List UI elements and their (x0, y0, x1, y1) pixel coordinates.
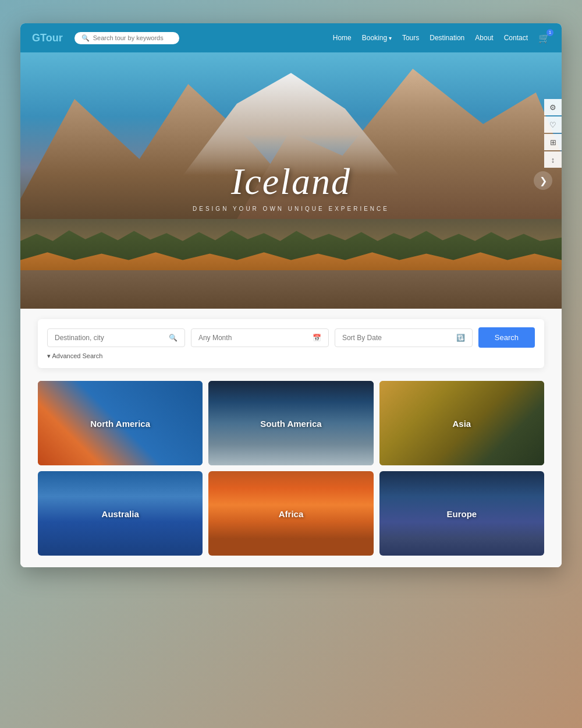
hero-next-button[interactable]: ❯ (534, 171, 552, 190)
nav-links: Home Booking Tours Destination About Con… (333, 33, 550, 44)
sort-icon: 🔃 (456, 334, 465, 342)
search-section: 🔍 📅 🔃 Search Advanced Search (20, 309, 562, 375)
south-america-label: South America (260, 418, 321, 428)
navbar: GTour 🔍 Home Booking Tours Destination A… (20, 23, 562, 52)
search-bar[interactable]: 🔍 (74, 32, 179, 44)
destinations-section: North America South America Asia Austral… (20, 375, 562, 567)
search-box: 🔍 📅 🔃 Search Advanced Search (38, 319, 544, 368)
nav-contact[interactable]: Contact (504, 34, 528, 42)
logo-tour: Tour (40, 32, 63, 44)
nav-about[interactable]: About (475, 34, 493, 42)
nav-booking[interactable]: Booking (362, 34, 392, 42)
advanced-search-toggle[interactable]: Advanced Search (47, 352, 535, 360)
calendar-icon: 📅 (313, 334, 321, 342)
heart-icon[interactable]: ♡ (544, 116, 562, 133)
cart-button[interactable]: 🛒 1 (538, 33, 550, 44)
destination-card-australia[interactable]: Australia (38, 471, 203, 556)
sort-field[interactable]: 🔃 (335, 328, 473, 347)
destination-card-south-america[interactable]: South America (208, 381, 373, 465)
arrows-icon[interactable]: ↕ (544, 151, 562, 168)
destination-icon: 🔍 (169, 334, 178, 342)
grid-icon[interactable]: ⊞ (544, 134, 562, 150)
destination-input[interactable] (55, 334, 164, 342)
destinations-top-row: North America South America Asia (38, 381, 544, 465)
month-input[interactable] (198, 334, 308, 342)
africa-label: Africa (279, 508, 304, 518)
destination-card-africa[interactable]: Africa (208, 471, 373, 556)
search-icon: 🔍 (81, 34, 90, 42)
search-row: 🔍 📅 🔃 Search (47, 327, 535, 348)
destination-field[interactable]: 🔍 (47, 328, 185, 347)
australia-label: Australia (102, 508, 139, 518)
month-field[interactable]: 📅 (191, 328, 329, 347)
sidebar-icons: ⚙ ♡ ⊞ ↕ (544, 99, 562, 168)
sort-input[interactable] (342, 334, 452, 342)
nav-tours[interactable]: Tours (402, 34, 419, 42)
cart-badge: 1 (546, 29, 553, 36)
europe-label: Europe (446, 508, 477, 518)
browser-window: GTour 🔍 Home Booking Tours Destination A… (20, 23, 562, 567)
logo-g: G (32, 32, 40, 44)
nav-destination[interactable]: Destination (430, 34, 464, 42)
search-button[interactable]: Search (478, 327, 535, 348)
logo[interactable]: GTour (32, 32, 63, 44)
hero-section: Iceland DESIGN YOUR OWN UNIQUE EXPERIENC… (20, 52, 562, 309)
search-input[interactable] (93, 34, 169, 41)
north-america-label: North America (90, 418, 150, 428)
hero-subtitle: DESIGN YOUR OWN UNIQUE EXPERIENCE (193, 206, 389, 212)
nav-home[interactable]: Home (333, 34, 352, 42)
hero-title-block: Iceland DESIGN YOUR OWN UNIQUE EXPERIENC… (193, 160, 389, 212)
ground (20, 270, 562, 309)
destination-card-north-america[interactable]: North America (38, 381, 203, 465)
destination-card-europe[interactable]: Europe (379, 471, 544, 556)
asia-label: Asia (452, 418, 471, 428)
destination-card-asia[interactable]: Asia (379, 381, 544, 465)
destinations-bottom-row: Australia Africa Europe (38, 471, 544, 556)
settings-icon[interactable]: ⚙ (544, 99, 562, 115)
hero-title: Iceland (193, 160, 389, 203)
